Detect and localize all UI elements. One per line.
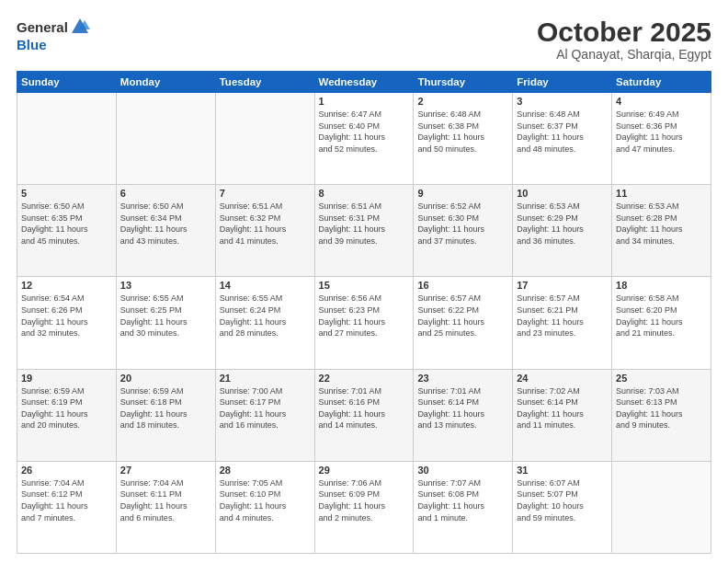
day-info: Sunrise: 6:51 AM Sunset: 6:32 PM Dayligh… xyxy=(220,201,311,247)
title-section: October 2025 Al Qanayat, Sharqia, Egypt xyxy=(537,17,711,62)
day-number: 15 xyxy=(319,280,410,291)
calendar-week-row: 26Sunrise: 7:04 AM Sunset: 6:12 PM Dayli… xyxy=(17,461,711,553)
day-info: Sunrise: 7:04 AM Sunset: 6:11 PM Dayligh… xyxy=(120,477,211,523)
day-info: Sunrise: 6:59 AM Sunset: 6:18 PM Dayligh… xyxy=(120,385,211,431)
day-number: 24 xyxy=(517,373,608,384)
day-number: 2 xyxy=(417,96,508,107)
calendar-week-row: 5Sunrise: 6:50 AM Sunset: 6:35 PM Daylig… xyxy=(17,185,711,277)
calendar-cell: 3Sunrise: 6:48 AM Sunset: 6:37 PM Daylig… xyxy=(513,93,612,185)
calendar-cell: 24Sunrise: 7:02 AM Sunset: 6:14 PM Dayli… xyxy=(513,369,612,461)
day-number: 7 xyxy=(220,188,311,199)
calendar-header-row: SundayMondayTuesdayWednesdayThursdayFrid… xyxy=(17,72,711,93)
calendar-week-row: 12Sunrise: 6:54 AM Sunset: 6:26 PM Dayli… xyxy=(17,277,711,369)
day-info: Sunrise: 7:06 AM Sunset: 6:09 PM Dayligh… xyxy=(319,477,410,523)
weekday-header-thursday: Thursday xyxy=(414,72,513,93)
calendar-cell: 17Sunrise: 6:57 AM Sunset: 6:21 PM Dayli… xyxy=(513,277,612,369)
calendar-cell: 28Sunrise: 7:05 AM Sunset: 6:10 PM Dayli… xyxy=(215,461,314,553)
day-info: Sunrise: 6:50 AM Sunset: 6:35 PM Dayligh… xyxy=(21,201,112,247)
day-info: Sunrise: 7:01 AM Sunset: 6:14 PM Dayligh… xyxy=(417,385,508,431)
logo-text-blue: Blue xyxy=(17,37,47,52)
day-number: 28 xyxy=(220,465,311,476)
day-number: 11 xyxy=(616,188,707,199)
weekday-header-tuesday: Tuesday xyxy=(215,72,314,93)
weekday-header-wednesday: Wednesday xyxy=(314,72,414,93)
day-info: Sunrise: 6:51 AM Sunset: 6:31 PM Dayligh… xyxy=(319,201,410,247)
day-info: Sunrise: 6:55 AM Sunset: 6:25 PM Dayligh… xyxy=(120,293,211,339)
calendar-cell: 20Sunrise: 6:59 AM Sunset: 6:18 PM Dayli… xyxy=(116,369,215,461)
weekday-header-saturday: Saturday xyxy=(612,72,711,93)
calendar-cell: 19Sunrise: 6:59 AM Sunset: 6:19 PM Dayli… xyxy=(17,369,117,461)
day-number: 8 xyxy=(319,188,410,199)
logo-text-general: General xyxy=(17,19,68,35)
calendar-cell: 11Sunrise: 6:53 AM Sunset: 6:28 PM Dayli… xyxy=(612,185,711,277)
day-info: Sunrise: 6:57 AM Sunset: 6:22 PM Dayligh… xyxy=(417,293,508,339)
day-info: Sunrise: 6:59 AM Sunset: 6:19 PM Dayligh… xyxy=(21,385,112,431)
calendar-cell: 14Sunrise: 6:55 AM Sunset: 6:24 PM Dayli… xyxy=(215,277,314,369)
day-info: Sunrise: 7:07 AM Sunset: 6:08 PM Dayligh… xyxy=(417,477,508,523)
calendar-week-row: 19Sunrise: 6:59 AM Sunset: 6:19 PM Dayli… xyxy=(17,369,711,461)
weekday-header-monday: Monday xyxy=(116,72,215,93)
day-number: 21 xyxy=(220,373,311,384)
weekday-header-sunday: Sunday xyxy=(17,72,117,93)
calendar-cell: 16Sunrise: 6:57 AM Sunset: 6:22 PM Dayli… xyxy=(414,277,513,369)
day-info: Sunrise: 6:53 AM Sunset: 6:28 PM Dayligh… xyxy=(616,201,707,247)
day-number: 23 xyxy=(417,373,508,384)
calendar-cell: 15Sunrise: 6:56 AM Sunset: 6:23 PM Dayli… xyxy=(314,277,414,369)
calendar-cell: 8Sunrise: 6:51 AM Sunset: 6:31 PM Daylig… xyxy=(314,185,414,277)
day-number: 4 xyxy=(616,96,707,107)
day-info: Sunrise: 6:50 AM Sunset: 6:34 PM Dayligh… xyxy=(120,201,211,247)
header: General Blue October 2025 Al Qanayat, Sh… xyxy=(17,17,711,62)
day-info: Sunrise: 6:57 AM Sunset: 6:21 PM Dayligh… xyxy=(517,293,608,339)
calendar-cell: 22Sunrise: 7:01 AM Sunset: 6:16 PM Dayli… xyxy=(314,369,414,461)
day-number: 20 xyxy=(120,373,211,384)
day-info: Sunrise: 7:05 AM Sunset: 6:10 PM Dayligh… xyxy=(220,477,311,523)
calendar-cell: 29Sunrise: 7:06 AM Sunset: 6:09 PM Dayli… xyxy=(314,461,414,553)
calendar-cell: 31Sunrise: 6:07 AM Sunset: 5:07 PM Dayli… xyxy=(513,461,612,553)
calendar-cell: 13Sunrise: 6:55 AM Sunset: 6:25 PM Dayli… xyxy=(116,277,215,369)
day-number: 3 xyxy=(517,96,608,107)
day-info: Sunrise: 7:00 AM Sunset: 6:17 PM Dayligh… xyxy=(220,385,311,431)
day-info: Sunrise: 6:47 AM Sunset: 6:40 PM Dayligh… xyxy=(319,109,410,155)
calendar-cell: 5Sunrise: 6:50 AM Sunset: 6:35 PM Daylig… xyxy=(17,185,117,277)
day-info: Sunrise: 7:02 AM Sunset: 6:14 PM Dayligh… xyxy=(517,385,608,431)
day-number: 1 xyxy=(319,96,410,107)
day-number: 16 xyxy=(417,280,508,291)
calendar-cell: 26Sunrise: 7:04 AM Sunset: 6:12 PM Dayli… xyxy=(17,461,117,553)
day-info: Sunrise: 7:01 AM Sunset: 6:16 PM Dayligh… xyxy=(319,385,410,431)
calendar-cell: 6Sunrise: 6:50 AM Sunset: 6:34 PM Daylig… xyxy=(116,185,215,277)
calendar-cell: 21Sunrise: 7:00 AM Sunset: 6:17 PM Dayli… xyxy=(215,369,314,461)
calendar-table: SundayMondayTuesdayWednesdayThursdayFrid… xyxy=(17,71,711,554)
day-number: 17 xyxy=(517,280,608,291)
day-info: Sunrise: 6:07 AM Sunset: 5:07 PM Dayligh… xyxy=(517,477,608,523)
calendar-cell: 9Sunrise: 6:52 AM Sunset: 6:30 PM Daylig… xyxy=(414,185,513,277)
calendar-cell: 18Sunrise: 6:58 AM Sunset: 6:20 PM Dayli… xyxy=(612,277,711,369)
day-number: 14 xyxy=(220,280,311,291)
calendar-title: October 2025 xyxy=(537,17,711,47)
logo-icon xyxy=(70,17,90,37)
calendar-cell: 1Sunrise: 6:47 AM Sunset: 6:40 PM Daylig… xyxy=(314,93,414,185)
day-number: 30 xyxy=(417,465,508,476)
day-info: Sunrise: 7:04 AM Sunset: 6:12 PM Dayligh… xyxy=(21,477,112,523)
day-number: 29 xyxy=(319,465,410,476)
day-info: Sunrise: 6:48 AM Sunset: 6:38 PM Dayligh… xyxy=(417,109,508,155)
calendar-cell: 7Sunrise: 6:51 AM Sunset: 6:32 PM Daylig… xyxy=(215,185,314,277)
day-number: 5 xyxy=(21,188,112,199)
day-info: Sunrise: 7:03 AM Sunset: 6:13 PM Dayligh… xyxy=(616,385,707,431)
day-number: 26 xyxy=(21,465,112,476)
day-info: Sunrise: 6:55 AM Sunset: 6:24 PM Dayligh… xyxy=(220,293,311,339)
day-number: 27 xyxy=(120,465,211,476)
calendar-cell: 23Sunrise: 7:01 AM Sunset: 6:14 PM Dayli… xyxy=(414,369,513,461)
logo: General Blue xyxy=(17,17,90,52)
calendar-cell: 12Sunrise: 6:54 AM Sunset: 6:26 PM Dayli… xyxy=(17,277,117,369)
calendar-cell: 25Sunrise: 7:03 AM Sunset: 6:13 PM Dayli… xyxy=(612,369,711,461)
calendar-subtitle: Al Qanayat, Sharqia, Egypt xyxy=(537,47,711,62)
day-info: Sunrise: 6:49 AM Sunset: 6:36 PM Dayligh… xyxy=(616,109,707,155)
page: General Blue October 2025 Al Qanayat, Sh… xyxy=(0,0,728,563)
day-number: 6 xyxy=(120,188,211,199)
day-info: Sunrise: 6:58 AM Sunset: 6:20 PM Dayligh… xyxy=(616,293,707,339)
day-number: 10 xyxy=(517,188,608,199)
day-info: Sunrise: 6:54 AM Sunset: 6:26 PM Dayligh… xyxy=(21,293,112,339)
calendar-cell: 27Sunrise: 7:04 AM Sunset: 6:11 PM Dayli… xyxy=(116,461,215,553)
day-number: 12 xyxy=(21,280,112,291)
calendar-cell: 2Sunrise: 6:48 AM Sunset: 6:38 PM Daylig… xyxy=(414,93,513,185)
